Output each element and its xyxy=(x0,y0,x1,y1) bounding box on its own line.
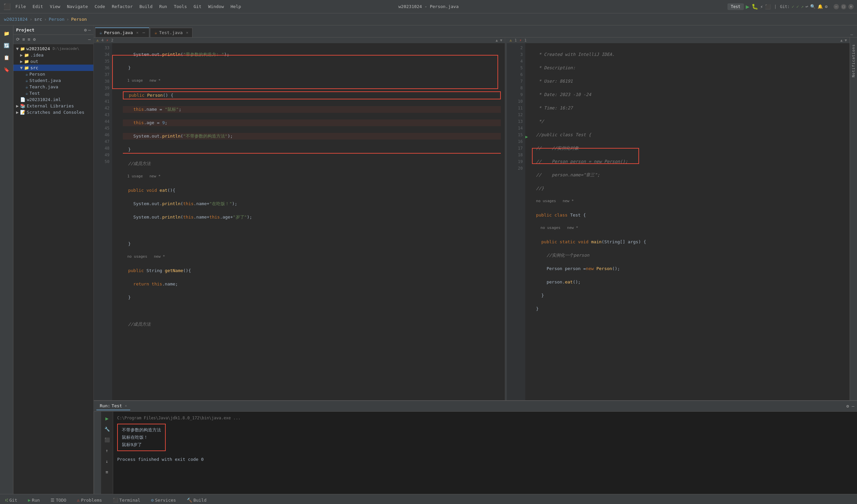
git-tool-item[interactable]: ⑆ Git xyxy=(3,496,20,504)
menu-git[interactable]: Git xyxy=(191,3,203,10)
git-checkmark[interactable]: ✓ xyxy=(792,4,794,9)
run-tab-label: Test xyxy=(112,403,122,408)
tree-item-extlib[interactable]: ▶ 📚 External Libraries xyxy=(13,103,94,109)
test-code-content[interactable]: * Created with IntelliJ IDEA. * Descript… xyxy=(532,43,850,400)
problems-tool-item[interactable]: ⚠ Problems xyxy=(74,496,104,504)
menu-code[interactable]: Code xyxy=(93,3,107,10)
run-button[interactable]: ▶ xyxy=(746,3,750,10)
close-button[interactable]: ✕ xyxy=(848,4,854,10)
tab-test-close[interactable]: ✕ xyxy=(186,31,188,35)
maximize-button[interactable]: □ xyxy=(841,4,846,10)
run-tab-close[interactable]: ✕ xyxy=(125,404,127,408)
output-line-3: 鼠标9岁了 xyxy=(122,441,161,449)
run-tool-btn[interactable]: 🔧 xyxy=(102,424,112,434)
toolbar-sync-icon[interactable]: ⟳ xyxy=(15,36,20,43)
tree-item-src[interactable]: ▼ 📁 src xyxy=(13,65,94,71)
toolbar-collapse-icon[interactable]: ≡ xyxy=(22,36,26,43)
run-path-line: C:\Program Files\Java\jdk1.8.0_172\bin\j… xyxy=(117,414,853,422)
menu-build[interactable]: Build xyxy=(138,3,155,10)
toolbar-close-icon[interactable]: – xyxy=(87,36,91,43)
run-filter-btn[interactable]: ≡ xyxy=(102,467,112,476)
out-expand-icon: ▶ xyxy=(20,59,23,64)
menu-navigate[interactable]: Navigate xyxy=(65,3,90,10)
breadcrumb-src[interactable]: src xyxy=(34,17,42,22)
run-up-btn[interactable]: ↑ xyxy=(102,446,112,455)
tab-person-java[interactable]: ☕ Person.java ✕ ⋯ xyxy=(95,28,149,37)
test-line-numbers: 2 3 4 5 6 7 8 9 10 11 12 13 xyxy=(507,43,525,400)
build-tool-item[interactable]: 🔨 Build xyxy=(184,496,209,504)
terminal-tool-item[interactable]: ⬛ Terminal xyxy=(110,496,143,504)
tree-src-label: src xyxy=(31,65,38,70)
person-code-content[interactable]: System.out.println("带参数的构造方: "); } 1 usa… xyxy=(119,43,505,400)
breadcrumb-project[interactable]: w20231024 xyxy=(4,17,28,22)
run-stop-btn[interactable]: ⬛ xyxy=(102,435,112,444)
menu-file[interactable]: File xyxy=(13,3,28,10)
build-tool-label: Build xyxy=(194,498,206,503)
tree-item-idea[interactable]: ▶ 📁 .idea xyxy=(13,52,94,58)
tree-item-test[interactable]: ☕ Test xyxy=(13,90,94,96)
run-tab-active[interactable]: Run: Test ✕ xyxy=(97,402,130,410)
stop-button[interactable]: ⬛ xyxy=(765,4,771,10)
debug-button[interactable]: 🐛 xyxy=(752,3,758,10)
todo-tool-icon: ☰ xyxy=(51,498,54,503)
tab-menu-btn[interactable]: ⋯ xyxy=(847,32,856,37)
gear-icon[interactable]: ⚙ xyxy=(84,28,87,32)
notification-bell[interactable]: 🔔 xyxy=(818,4,823,9)
run-tool-item[interactable]: ▶ Run xyxy=(25,496,42,504)
person-code-panel[interactable]: ⚠4 ⚡2 ▲ ▼ 33 34 35 36 37 38 39 40 xyxy=(94,37,505,400)
test-code-panel[interactable]: ⚠1 ⚡1 ▲ ▼ 2 3 4 5 6 7 8 9 10 11 xyxy=(507,37,850,400)
breadcrumb-person-method[interactable]: Person xyxy=(71,17,87,22)
run-config-dropdown[interactable]: Test xyxy=(727,3,744,10)
tree-item-iml[interactable]: 📄 w20231024.iml xyxy=(13,96,94,103)
menu-run[interactable]: Run xyxy=(157,3,169,10)
breadcrumb-person-class[interactable]: Person xyxy=(49,17,65,22)
tree-item-out[interactable]: ▶ 📁 out xyxy=(13,58,94,65)
root-folder-icon: 📁 xyxy=(20,47,25,51)
menu-window[interactable]: Window xyxy=(206,3,226,10)
tab-person-close[interactable]: ✕ xyxy=(136,31,139,35)
run-play-btn[interactable]: ▶ xyxy=(102,414,112,423)
toolbar-expand-icon[interactable]: ≡ xyxy=(27,36,31,43)
tree-item-scratches[interactable]: ▶ 📝 Scratches and Consoles xyxy=(13,109,94,116)
structure-icon-btn[interactable]: 📋 xyxy=(1,52,12,63)
toolbar-settings-icon[interactable]: ⚙ xyxy=(32,36,36,43)
coverage-button[interactable]: ⚡ xyxy=(760,4,763,10)
tree-item-person[interactable]: ☕ Person xyxy=(13,71,94,77)
menu-help[interactable]: Help xyxy=(229,3,243,10)
tab-test-icon: ☕ xyxy=(154,30,157,35)
git-label: Git: xyxy=(780,4,790,9)
todo-tool-item[interactable]: ☰ TODO xyxy=(48,496,69,504)
run-strip xyxy=(94,411,101,494)
settings-button[interactable]: ⚙ xyxy=(825,4,827,9)
search-button[interactable]: 🔍 xyxy=(810,4,816,9)
src-folder-icon: 📁 xyxy=(24,66,29,70)
menu-tools[interactable]: Tools xyxy=(172,3,189,10)
run-minimize-icon[interactable]: – xyxy=(852,404,854,409)
services-tool-item[interactable]: ⚙ Services xyxy=(148,496,179,504)
run-settings-icon[interactable]: ⚙ xyxy=(846,404,849,409)
menu-refactor[interactable]: Refactor xyxy=(110,3,135,10)
minimize-button[interactable]: – xyxy=(834,4,839,10)
git-checkmark2[interactable]: ✓ xyxy=(796,4,799,9)
commit-icon-btn[interactable]: 🔃 xyxy=(1,40,12,51)
git-push[interactable]: ↗ xyxy=(801,4,804,9)
tab-overflow-btn[interactable]: ⋯ xyxy=(142,30,145,35)
person-line-numbers: 33 34 35 36 37 38 39 40 41 42 43 44 xyxy=(94,43,112,400)
project-icon-btn[interactable]: 📁 xyxy=(1,28,12,39)
tree-item-student[interactable]: ☕ Student.java xyxy=(13,77,94,84)
undo-button[interactable]: ↩ xyxy=(805,4,808,9)
tab-test-java[interactable]: ☕ Test.java ✕ xyxy=(150,28,192,37)
menu-view[interactable]: View xyxy=(48,3,62,10)
services-tool-label: Services xyxy=(155,498,176,503)
idea-expand-icon: ▶ xyxy=(20,52,23,57)
menu-edit[interactable]: Edit xyxy=(31,3,45,10)
tree-item-root[interactable]: ▼ 📁 w20231024 D:\javacode\ xyxy=(13,46,94,52)
close-panel-icon[interactable]: – xyxy=(88,28,91,32)
run-down-btn[interactable]: ↓ xyxy=(102,456,112,466)
process-exit-line: Process finished with exit code 0 xyxy=(117,456,853,463)
warning-bar-test: ⚠1 ⚡1 ▲ ▼ xyxy=(507,37,850,43)
tree-root-label: w20231024 xyxy=(27,46,50,51)
tree-item-tearch[interactable]: ☕ Tearch.java xyxy=(13,84,94,90)
bookmarks-icon-btn[interactable]: 🔖 xyxy=(1,64,12,75)
output-line-1: 不带参数的构造方法 xyxy=(122,426,161,434)
